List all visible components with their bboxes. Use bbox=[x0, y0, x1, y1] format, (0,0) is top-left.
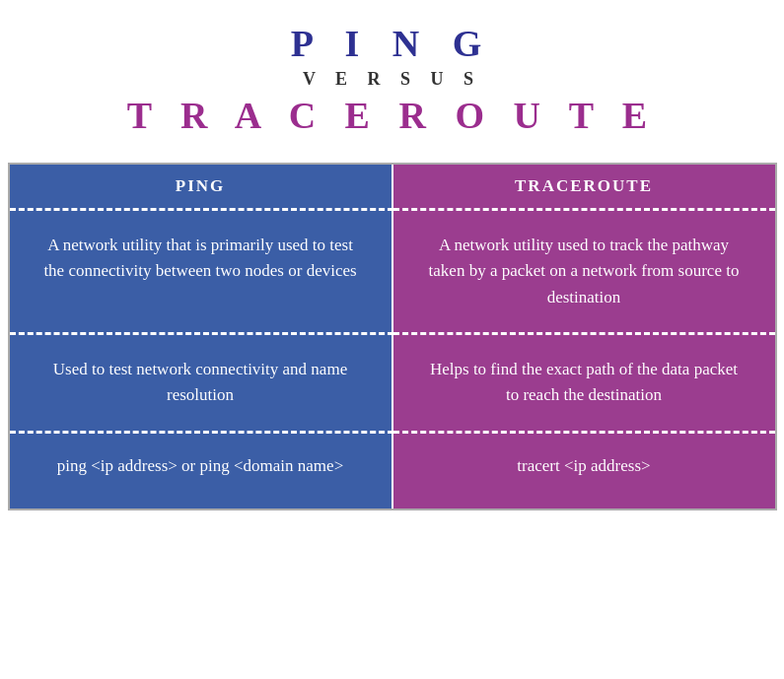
row3-traceroute-cell: tracert <ip address> bbox=[393, 431, 775, 509]
row1-traceroute-cell: A network utility used to track the path… bbox=[393, 208, 775, 332]
ping-title: P I N G bbox=[0, 22, 784, 65]
table-row-2: Used to test network connectivity and na… bbox=[10, 332, 775, 431]
table-row-3: ping <ip address> or ping <domain name> … bbox=[10, 431, 775, 509]
traceroute-column-header: TRACEROUTE bbox=[393, 165, 775, 208]
header-section: P I N G V E R S U S T R A C E R O U T E bbox=[0, 0, 784, 147]
table-header-row: PING TRACEROUTE bbox=[10, 165, 775, 208]
comparison-table: PING TRACEROUTE A network utility that i… bbox=[8, 163, 777, 510]
versus-label: V E R S U S bbox=[0, 69, 784, 90]
table-row-1: A network utility that is primarily used… bbox=[10, 208, 775, 332]
row3-ping-cell: ping <ip address> or ping <domain name> bbox=[10, 431, 393, 509]
row1-ping-cell: A network utility that is primarily used… bbox=[10, 208, 393, 332]
ping-column-header: PING bbox=[10, 165, 393, 208]
row2-ping-cell: Used to test network connectivity and na… bbox=[10, 332, 393, 431]
traceroute-title: T R A C E R O U T E bbox=[0, 94, 784, 137]
row2-traceroute-cell: Helps to find the exact path of the data… bbox=[393, 332, 775, 431]
